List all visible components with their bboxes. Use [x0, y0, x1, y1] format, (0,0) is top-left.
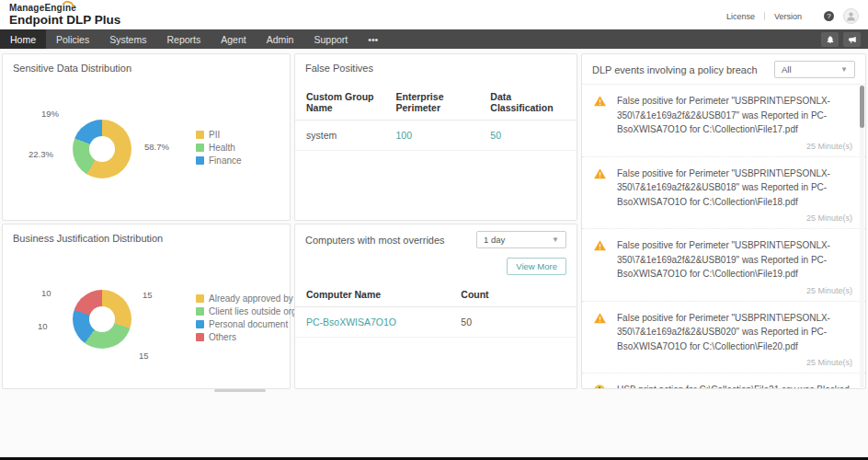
legend-label: Others	[209, 332, 236, 342]
donut	[73, 120, 131, 178]
legend-swatch	[196, 294, 204, 303]
column-header: Count	[450, 282, 577, 307]
main-nav: HomePoliciesSystemsReportsAgentAdminSupp…	[0, 29, 868, 49]
computer-name-link[interactable]: PC-BsoXWISA7O1O	[295, 307, 450, 338]
pie-value-label: 19%	[41, 109, 59, 119]
legend-swatch	[196, 156, 204, 165]
panel-title: DLP events involving a policy breach	[592, 64, 758, 75]
event-text: USB print action for C:\Collection\File2…	[617, 383, 852, 388]
panel-title: False Positives	[295, 54, 577, 77]
nav-item-agent[interactable]: Agent	[211, 29, 256, 49]
period-selected-value: 1 day	[484, 235, 505, 245]
event-item[interactable]: False positive for Perimeter "USBPRINT\E…	[582, 85, 865, 157]
nav-more[interactable]: •••	[358, 29, 388, 49]
brand-block: ManageEngine Endpoint DLP Plus	[9, 3, 120, 28]
app-header: ManageEngine Endpoint DLP Plus License V…	[0, 0, 868, 29]
megaphone-icon	[848, 35, 857, 44]
donut-hole	[89, 306, 115, 332]
pie-value-label: 10	[38, 321, 48, 331]
pie-value-label: 15	[139, 351, 149, 361]
event-text: False positive for Perimeter "USBPRINT\E…	[617, 167, 852, 210]
help-icon[interactable]: ?	[824, 11, 834, 21]
warning-triangle-icon	[593, 167, 617, 225]
nav-item-admin[interactable]: Admin	[257, 29, 304, 49]
legend-label: Health	[209, 143, 235, 153]
legend-swatch	[196, 333, 204, 341]
count-cell: 50	[450, 307, 577, 338]
version-link[interactable]: Version	[774, 12, 802, 21]
custom-group-name-cell: system	[295, 121, 385, 151]
legend-item: Health	[196, 143, 242, 153]
donut-chart-business-justification: 15151010	[6, 253, 196, 382]
user-icon	[845, 10, 857, 22]
avatar[interactable]	[843, 8, 859, 24]
nav-item-home[interactable]: Home	[0, 29, 46, 49]
panel-dlp-events: DLP events involving a policy breach All…	[581, 53, 866, 389]
license-link[interactable]: License	[726, 12, 755, 21]
period-select[interactable]: 1 day ▼	[476, 231, 566, 248]
chevron-down-icon: ▼	[552, 236, 559, 244]
pie-value-label: 22.3%	[29, 149, 53, 159]
event-text: False positive for Perimeter "USBPRINT\E…	[617, 311, 852, 354]
panel-title: Computers with most overrides	[305, 235, 445, 246]
column-header: Data Classification	[479, 85, 577, 121]
events-scrollbar[interactable]	[860, 84, 864, 387]
event-item[interactable]: False positive for Perimeter "USBPRINT\E…	[582, 229, 865, 302]
horizontal-scrollbar-thumb[interactable]	[214, 389, 266, 392]
nav-item-systems[interactable]: Systems	[99, 29, 156, 49]
legend-swatch	[196, 307, 204, 316]
panel-computers-most-overrides: Computers with most overrides 1 day ▼ Vi…	[294, 224, 577, 389]
overrides-table: Computer Name Count PC-BsoXWISA7O1O 50	[295, 282, 577, 338]
event-item[interactable]: False positive for Perimeter "USBPRINT\E…	[582, 302, 865, 374]
donut-hole	[89, 136, 115, 162]
nav-item-reports[interactable]: Reports	[156, 29, 211, 49]
event-timestamp: 25 Minute(s)	[617, 358, 852, 367]
panel-sensitive-data-distribution: Sensitive Data Distribution 58.7%22.3%19…	[2, 53, 291, 221]
enterprise-perimeter-link[interactable]: 100	[385, 121, 480, 151]
panel-business-justification-distribution: Business Justification Distribution 1515…	[2, 224, 291, 389]
nav-item-support[interactable]: Support	[303, 29, 358, 49]
false-positives-table: Custom Group Name Enterprise Perimeter D…	[295, 85, 577, 151]
table-row: system 100 50	[295, 121, 577, 151]
warning-triangle-icon	[593, 94, 617, 153]
view-more-button[interactable]: View More	[507, 258, 566, 275]
legend-item: Finance	[196, 155, 242, 166]
table-row: PC-BsoXWISA7O1O 50	[295, 307, 577, 338]
pie-value-label: 10	[41, 288, 51, 298]
event-text: False positive for Perimeter "USBPRINT\E…	[617, 238, 852, 282]
events-filter-select[interactable]: All ▼	[774, 61, 855, 78]
event-item[interactable]: False positive for Perimeter "USBPRINT\E…	[582, 157, 865, 230]
column-header: Enterprise Perimeter	[385, 85, 480, 121]
notifications-button[interactable]	[821, 32, 839, 47]
column-header: Computer Name	[295, 282, 450, 307]
legend-label: Personal document	[209, 319, 288, 329]
warning-triangle-icon	[593, 238, 617, 297]
legend-label: PII	[209, 130, 220, 140]
panel-false-positives: False Positives Custom Group Name Enterp…	[294, 53, 577, 221]
announcements-button[interactable]	[843, 32, 861, 47]
pie-value-label: 58.7%	[144, 142, 169, 152]
event-item[interactable]: USB print action for C:\Collection\File2…	[582, 374, 865, 388]
events-scrollbar-thumb[interactable]	[860, 86, 864, 128]
event-timestamp: 25 Minute(s)	[617, 286, 852, 295]
panel-title: Sensitive Data Distribution	[3, 54, 290, 77]
events-filter-selected-value: All	[782, 64, 792, 75]
page-title: Endpoint DLP Plus	[9, 14, 120, 28]
legend-label: Client lies outside org	[209, 306, 297, 316]
event-text: False positive for Perimeter "USBPRINT\E…	[617, 94, 852, 137]
pie-value-label: 15	[143, 290, 153, 300]
nav-item-policies[interactable]: Policies	[46, 29, 99, 49]
chart-legend: PIIHealthFinance	[196, 127, 242, 168]
usb-blocked-icon	[593, 383, 617, 388]
legend-swatch	[196, 144, 204, 152]
event-timestamp: 25 Minute(s)	[617, 142, 852, 151]
legend-swatch	[196, 131, 204, 139]
warning-triangle-icon	[593, 311, 617, 370]
data-classification-link[interactable]: 50	[479, 121, 577, 151]
column-header: Custom Group Name	[295, 85, 385, 121]
donut	[73, 290, 131, 349]
legend-item: PII	[196, 130, 242, 140]
panel-title: Business Justification Distribution	[3, 224, 290, 247]
events-list: False positive for Perimeter "USBPRINT\E…	[582, 85, 865, 388]
chevron-down-icon: ▼	[840, 65, 848, 74]
